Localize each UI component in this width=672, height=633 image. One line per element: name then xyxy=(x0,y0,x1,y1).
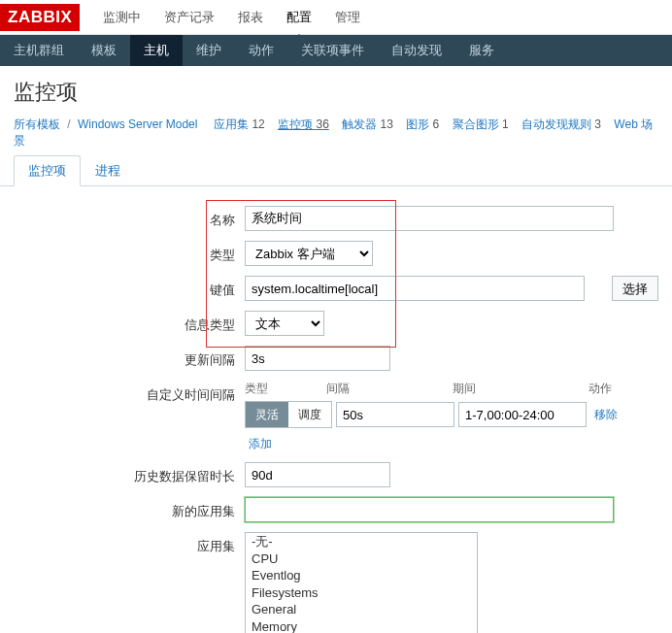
topnav-inventory[interactable]: 资产记录 xyxy=(152,0,226,34)
app-opt-eventlog[interactable]: Eventlog xyxy=(246,567,477,584)
ci-seg-flex[interactable]: 灵活 xyxy=(246,402,288,427)
logo: ZABBIX xyxy=(0,4,80,31)
subnav-hostgroups[interactable]: 主机群组 xyxy=(0,35,78,66)
select-type[interactable]: Zabbix 客户端 xyxy=(245,241,373,266)
breadcrumb-applications[interactable]: 应用集 12 xyxy=(214,117,265,131)
subnav-actions[interactable]: 动作 xyxy=(235,35,287,66)
ci-seg-sched[interactable]: 调度 xyxy=(288,402,331,427)
ci-head-interval: 间隔 xyxy=(326,381,453,397)
input-history[interactable] xyxy=(245,462,390,487)
ci-type-segment: 灵活 调度 xyxy=(245,401,332,428)
app-opt-general[interactable]: General xyxy=(246,601,477,618)
breadcrumbs: 所有模板 / Windows Server Model 应用集 12 监控项 3… xyxy=(0,117,672,155)
breadcrumb-discovery-rules[interactable]: 自动发现规则 3 xyxy=(521,117,601,131)
breadcrumb-all-templates[interactable]: 所有模板 xyxy=(14,117,60,131)
sub-nav: 主机群组 模板 主机 维护 动作 关联项事件 自动发现 服务 xyxy=(0,35,672,66)
breadcrumb-template[interactable]: Windows Server Model xyxy=(78,117,197,131)
app-opt-cpu[interactable]: CPU xyxy=(246,550,477,568)
label-name: 名称 xyxy=(14,206,245,229)
tab-process[interactable]: 进程 xyxy=(81,155,135,186)
item-form: 名称 类型 Zabbix 客户端 键值 选择 信息类型 文本 更新间隔 xyxy=(0,206,672,633)
label-custom-interval: 自定义时间间隔 xyxy=(14,381,245,404)
label-history: 历史数据保留时长 xyxy=(14,462,245,485)
breadcrumb-items[interactable]: 监控项 36 xyxy=(278,117,329,131)
label-type: 类型 xyxy=(14,241,245,264)
subnav-services[interactable]: 服务 xyxy=(455,35,508,66)
input-update-interval[interactable] xyxy=(245,346,390,371)
breadcrumb-screens[interactable]: 聚合图形 1 xyxy=(453,117,509,131)
input-new-app[interactable] xyxy=(245,497,614,522)
subnav-hosts[interactable]: 主机 xyxy=(130,35,183,66)
label-apps: 应用集 xyxy=(14,532,245,555)
tab-item[interactable]: 监控项 xyxy=(14,155,81,186)
input-key[interactable] xyxy=(245,276,585,301)
app-opt-none[interactable]: -无- xyxy=(246,533,477,550)
select-info-type[interactable]: 文本 xyxy=(245,311,324,336)
topnav-configuration[interactable]: 配置 xyxy=(275,0,323,34)
ci-add-link[interactable]: 添加 xyxy=(245,433,276,454)
ci-period-input[interactable] xyxy=(458,402,587,427)
applications-listbox[interactable]: -无- CPU Eventlog Filesystems General Mem… xyxy=(245,532,478,633)
app-opt-memory[interactable]: Memory xyxy=(246,618,477,633)
breadcrumb-triggers[interactable]: 触发器 13 xyxy=(342,117,393,131)
button-select-key[interactable]: 选择 xyxy=(612,276,658,301)
ci-interval-input[interactable] xyxy=(336,402,454,427)
top-bar: ZABBIX 监测中 资产记录 报表 配置 管理 xyxy=(0,0,672,35)
input-name[interactable] xyxy=(245,206,614,231)
ci-head-period: 期间 xyxy=(453,381,588,397)
subnav-maintenance[interactable]: 维护 xyxy=(183,35,235,66)
topnav-monitoring[interactable]: 监测中 xyxy=(91,0,152,34)
filter-tabs: 监控项 进程 xyxy=(0,155,672,186)
label-new-app: 新的应用集 xyxy=(14,497,245,520)
label-key: 键值 xyxy=(14,276,245,299)
breadcrumb-graphs[interactable]: 图形 6 xyxy=(406,117,439,131)
subnav-discovery[interactable]: 自动发现 xyxy=(378,35,455,66)
label-update-interval: 更新间隔 xyxy=(14,346,245,369)
label-info-type: 信息类型 xyxy=(14,311,245,334)
topnav-reports[interactable]: 报表 xyxy=(226,0,275,34)
page-title: 监控项 xyxy=(0,66,672,117)
app-opt-filesystems[interactable]: Filesystems xyxy=(246,584,477,602)
topnav-administration[interactable]: 管理 xyxy=(323,0,372,34)
subnav-templates[interactable]: 模板 xyxy=(78,35,130,66)
ci-head-type: 类型 xyxy=(245,381,326,397)
ci-remove-link[interactable]: 移除 xyxy=(590,403,622,427)
ci-head-action: 动作 xyxy=(588,381,612,397)
